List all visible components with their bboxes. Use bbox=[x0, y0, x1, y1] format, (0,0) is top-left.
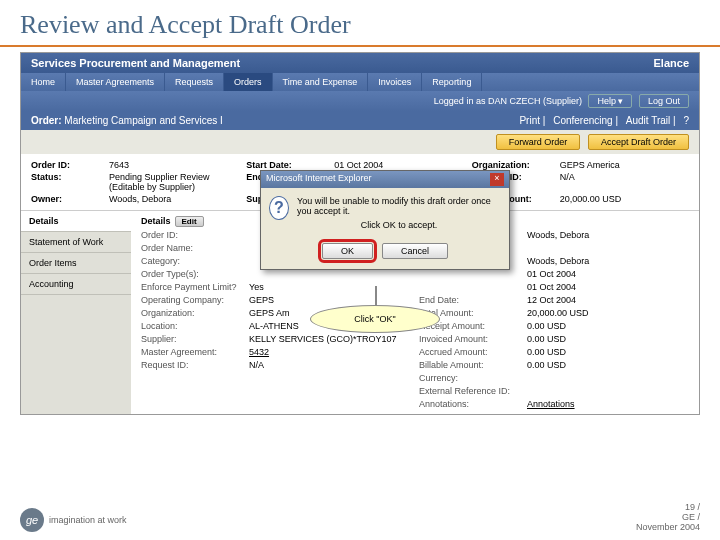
d-org-lbl: Organization: bbox=[141, 308, 241, 318]
dialog-message: You will be unable to modify this draft … bbox=[297, 196, 501, 230]
d-r0-val: Woods, Debora bbox=[527, 230, 689, 240]
logged-in-as: Logged in as DAN CZECH (Supplier) bbox=[434, 96, 582, 106]
action-bar: Forward Order Accept Draft Order bbox=[21, 130, 699, 154]
logout-button[interactable]: Log Out bbox=[639, 94, 689, 108]
d-opco-lbl: Operating Company: bbox=[141, 295, 241, 305]
nav-orders[interactable]: Orders bbox=[224, 73, 273, 91]
owner-value: Woods, Debora bbox=[109, 194, 238, 204]
d-order-id-lbl: Order ID: bbox=[141, 230, 241, 240]
order-id-label: Order ID: bbox=[31, 160, 101, 170]
order-id-value: 7643 bbox=[109, 160, 238, 170]
nav-requests[interactable]: Requests bbox=[165, 73, 224, 91]
d-extref-lbl: External Reference ID: bbox=[419, 386, 519, 396]
d-enforce-lbl: Enforce Payment Limit? bbox=[141, 282, 241, 292]
date-footer: November 2004 bbox=[636, 522, 700, 532]
d-opco-val: GEPS bbox=[249, 295, 411, 305]
tab-accounting[interactable]: Accounting bbox=[21, 274, 131, 295]
order-links: Print | Conferencing | Audit Trail | ? bbox=[514, 115, 689, 126]
status-value: Pending Supplier Review (Editable by Sup… bbox=[109, 172, 238, 192]
d-by-val: Woods, Debora bbox=[527, 256, 689, 266]
d-reqid-lbl: Request ID: bbox=[141, 360, 241, 370]
order-label: Order: bbox=[31, 115, 62, 126]
nav-time-expense[interactable]: Time and Expense bbox=[273, 73, 369, 91]
login-bar: Logged in as DAN CZECH (Supplier) Help ▾… bbox=[21, 91, 699, 111]
nav-invoices[interactable]: Invoices bbox=[368, 73, 422, 91]
nav-master-agreements[interactable]: Master Agreements bbox=[66, 73, 165, 91]
d-ma-lbl: Master Agreement: bbox=[141, 347, 241, 357]
brand-bar: Services Procurement and Management Elan… bbox=[21, 53, 699, 73]
d-r3-val: 01 Oct 2004 bbox=[527, 269, 689, 279]
d-ordertype-lbl: Order Type(s): bbox=[141, 269, 241, 279]
d-receipt-val: 0.00 USD bbox=[527, 321, 689, 331]
owner-label: Owner: bbox=[31, 194, 101, 204]
ge-logo-icon: ge bbox=[20, 508, 44, 532]
d-supplier-val: KELLY SERVICES (GCO)*TROY107 bbox=[249, 334, 411, 344]
app-name: Services Procurement and Management bbox=[31, 57, 240, 69]
d-accrued-lbl: Accrued Amount: bbox=[419, 347, 519, 357]
d-reqid-val: N/A bbox=[249, 360, 411, 370]
help-button[interactable]: Help ▾ bbox=[588, 94, 632, 108]
d-billable-val: 0.00 USD bbox=[527, 360, 689, 370]
cancel-button[interactable]: Cancel bbox=[382, 243, 448, 259]
start-date-label: Start Date: bbox=[246, 160, 326, 170]
dialog-body: ? You will be unable to modify this draf… bbox=[261, 188, 509, 238]
d-enforce-val: Yes bbox=[249, 282, 411, 292]
edit-button[interactable]: Edit bbox=[175, 216, 204, 227]
d-r3-lbl bbox=[419, 269, 519, 279]
dialog-titlebar: Microsoft Internet Explorer × bbox=[261, 171, 509, 188]
d-enddate-val: 12 Oct 2004 bbox=[527, 295, 689, 305]
d-enddate-lbl: End Date: bbox=[419, 295, 519, 305]
dialog-title: Microsoft Internet Explorer bbox=[266, 173, 372, 186]
slide-footer: ge imagination at work 19 / GE / Novembe… bbox=[0, 502, 720, 532]
print-link[interactable]: Print bbox=[519, 115, 540, 126]
d-annot-val[interactable]: Annotations bbox=[527, 399, 689, 409]
d-accrued-val: 0.00 USD bbox=[527, 347, 689, 357]
d-ordertype-val bbox=[249, 269, 411, 279]
company-footer: GE / bbox=[636, 512, 700, 522]
status-label: Status: bbox=[31, 172, 101, 192]
d-invoiced-lbl: Invoiced Amount: bbox=[419, 334, 519, 344]
d-invoiced-val: 0.00 USD bbox=[527, 334, 689, 344]
d-ma-val[interactable]: 5432 bbox=[249, 347, 411, 357]
forward-order-button[interactable]: Forward Order bbox=[496, 134, 581, 150]
d-order-name-lbl: Order Name: bbox=[141, 243, 241, 253]
tab-details[interactable]: Details bbox=[21, 211, 131, 232]
tab-order-items[interactable]: Order Items bbox=[21, 253, 131, 274]
start-date-value: 01 Oct 2004 bbox=[334, 160, 463, 170]
d-total-val: 20,000.00 USD bbox=[527, 308, 689, 318]
nav-reporting[interactable]: Reporting bbox=[422, 73, 482, 91]
conferencing-link[interactable]: Conferencing bbox=[553, 115, 612, 126]
audit-trail-link[interactable]: Audit Trail bbox=[626, 115, 670, 126]
close-icon[interactable]: × bbox=[490, 173, 504, 186]
d-currency-lbl: Currency: bbox=[419, 373, 519, 383]
organization-value: GEPS America bbox=[560, 160, 689, 170]
tab-sow[interactable]: Statement of Work bbox=[21, 232, 131, 253]
d-r4-val: 01 Oct 2004 bbox=[527, 282, 689, 292]
order-header: Order: Marketing Campaign and Services I… bbox=[21, 111, 699, 130]
total-amount-value: 20,000.00 USD bbox=[560, 194, 689, 204]
d-currency-val bbox=[527, 373, 689, 383]
callout-bubble: Click "OK" bbox=[310, 305, 440, 333]
d-billable-lbl: Billable Amount: bbox=[419, 360, 519, 370]
tagline: imagination at work bbox=[49, 515, 127, 525]
d-extref-val bbox=[527, 386, 689, 396]
question-icon: ? bbox=[269, 196, 289, 220]
d-supplier-lbl: Supplier: bbox=[141, 334, 241, 344]
dialog-buttons: OK Cancel bbox=[261, 238, 509, 269]
d-r1-val bbox=[527, 243, 689, 253]
d-r4-lbl bbox=[419, 282, 519, 292]
nav-home[interactable]: Home bbox=[21, 73, 66, 91]
order-name: Marketing Campaign and Services I bbox=[64, 115, 222, 126]
slide-title: Review and Accept Draft Order bbox=[0, 0, 720, 47]
organization-label: Organization: bbox=[472, 160, 552, 170]
vendor-logo: Elance bbox=[654, 57, 689, 69]
ok-button[interactable]: OK bbox=[322, 243, 373, 259]
accept-draft-order-button[interactable]: Accept Draft Order bbox=[588, 134, 689, 150]
d-category-lbl: Category: bbox=[141, 256, 241, 266]
help-icon[interactable]: ? bbox=[683, 115, 689, 126]
confirm-dialog: Microsoft Internet Explorer × ? You will… bbox=[260, 170, 510, 270]
d-location-lbl: Location: bbox=[141, 321, 241, 331]
nav-bar: Home Master Agreements Requests Orders T… bbox=[21, 73, 699, 91]
side-tabs: Details Statement of Work Order Items Ac… bbox=[21, 211, 131, 414]
request-id-value: N/A bbox=[560, 172, 689, 192]
